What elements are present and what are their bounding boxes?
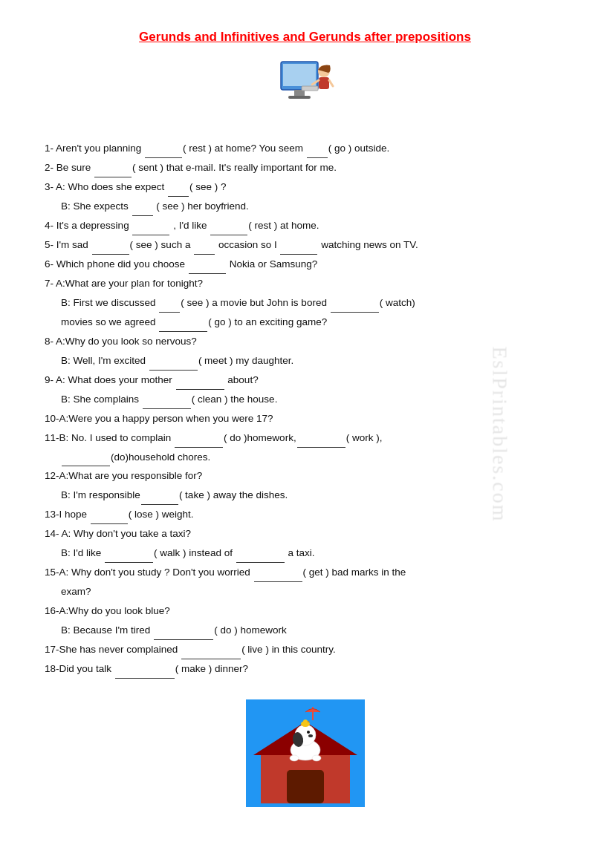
exercise-10: 10-A:Were you a happy person when you we… bbox=[45, 410, 565, 428]
blank bbox=[189, 264, 226, 274]
blank bbox=[159, 302, 180, 313]
blank bbox=[115, 668, 175, 679]
exercise-11a: 11-B: No. I used to complain ( do )homew… bbox=[45, 429, 565, 448]
exercise-7b: B: First we discussed ( see ) a movie bu… bbox=[45, 294, 565, 313]
exercise-15a: 15-A: Why don't you study ? Don't you wo… bbox=[45, 564, 565, 582]
blank bbox=[92, 244, 129, 255]
exercise-8a: 8- A:Why do you look so nervous? bbox=[45, 333, 565, 351]
blank bbox=[94, 167, 132, 177]
exercise-5: 5- I'm sad ( see ) such a occasion so I … bbox=[45, 236, 565, 255]
exercise-11b: (do)household chores. bbox=[45, 448, 565, 467]
blank bbox=[280, 244, 317, 255]
blank bbox=[297, 437, 345, 448]
blank bbox=[132, 225, 169, 235]
svg-point-22 bbox=[290, 755, 299, 761]
exercises-container: 1- Aren't you planning ( rest ) at home?… bbox=[45, 140, 565, 679]
svg-point-17 bbox=[308, 734, 313, 737]
exercise-6: 6- Which phone did you choose Nokia or S… bbox=[45, 255, 565, 274]
blank bbox=[236, 552, 285, 563]
exercise-1: 1- Aren't you planning ( rest ) at home?… bbox=[45, 140, 565, 158]
computer-illustration bbox=[45, 58, 565, 123]
blank bbox=[176, 379, 224, 390]
blank bbox=[62, 456, 110, 466]
exercise-14b: B: I'd like ( walk ) instead of a taxi. bbox=[45, 544, 565, 563]
exercise-16b: B: Because I'm tired ( do ) homework bbox=[45, 621, 565, 640]
blank bbox=[254, 572, 302, 582]
blank bbox=[159, 322, 207, 332]
blank bbox=[105, 552, 153, 563]
blank bbox=[91, 514, 128, 524]
exercise-18: 18-Did you talk ( make ) dinner? bbox=[45, 660, 565, 679]
exercise-7a: 7- A:What are your plan for tonight? bbox=[45, 275, 565, 293]
exercise-13: 13-I hope ( lose ) weight. bbox=[45, 506, 565, 524]
blank bbox=[145, 148, 182, 158]
exercise-12a: 12-A:What are you responsible for? bbox=[45, 467, 565, 486]
blank bbox=[168, 186, 189, 197]
svg-rect-3 bbox=[288, 96, 311, 99]
exercise-3b: B: She expects ( see ) her boyfriend. bbox=[45, 198, 565, 216]
svg-rect-8 bbox=[302, 86, 318, 91]
page-title: Gerunds and Infinitives and Gerunds afte… bbox=[45, 30, 565, 45]
exercise-17: 17-She has never complained ( live ) in … bbox=[45, 641, 565, 659]
exercise-8b: B: Well, I'm excited ( meet ) my daughte… bbox=[45, 352, 565, 371]
exercise-7c: movies so we agreed ( go ) to an excitin… bbox=[45, 313, 565, 332]
blank bbox=[132, 206, 153, 216]
blank bbox=[154, 630, 213, 640]
svg-point-23 bbox=[312, 755, 321, 761]
blank bbox=[141, 495, 178, 505]
svg-point-19 bbox=[303, 719, 308, 724]
exercise-2: 2- Be sure ( sent ) that e-mail. It's re… bbox=[45, 159, 565, 177]
exercise-16a: 16-A:Why do you look blue? bbox=[45, 602, 565, 621]
svg-point-16 bbox=[307, 731, 310, 734]
blank bbox=[307, 148, 328, 158]
exercise-9a: 9- A: What does your mother about? bbox=[45, 371, 565, 390]
exercise-14a: 14- A: Why don't you take a taxi? bbox=[45, 525, 565, 544]
exercise-4: 4- It's a depressing , I'd like ( rest )… bbox=[45, 217, 565, 235]
svg-line-7 bbox=[329, 80, 333, 86]
exercise-3a: 3- A: Who does she expect ( see ) ? bbox=[45, 178, 565, 197]
exercise-15b: exam? bbox=[45, 583, 565, 601]
blank bbox=[175, 437, 223, 448]
blank bbox=[194, 244, 215, 255]
exercise-12b: B: I'm responsible( take ) away the dish… bbox=[45, 486, 565, 505]
svg-rect-5 bbox=[319, 77, 329, 89]
exercise-9b: B: She complains ( clean ) the house. bbox=[45, 391, 565, 409]
blank bbox=[149, 360, 198, 371]
blank bbox=[143, 399, 191, 409]
blank bbox=[210, 225, 247, 235]
blank bbox=[181, 649, 241, 659]
svg-rect-12 bbox=[287, 770, 324, 803]
svg-rect-1 bbox=[283, 64, 316, 86]
blank bbox=[331, 302, 379, 313]
snoopy-illustration bbox=[45, 699, 565, 807]
